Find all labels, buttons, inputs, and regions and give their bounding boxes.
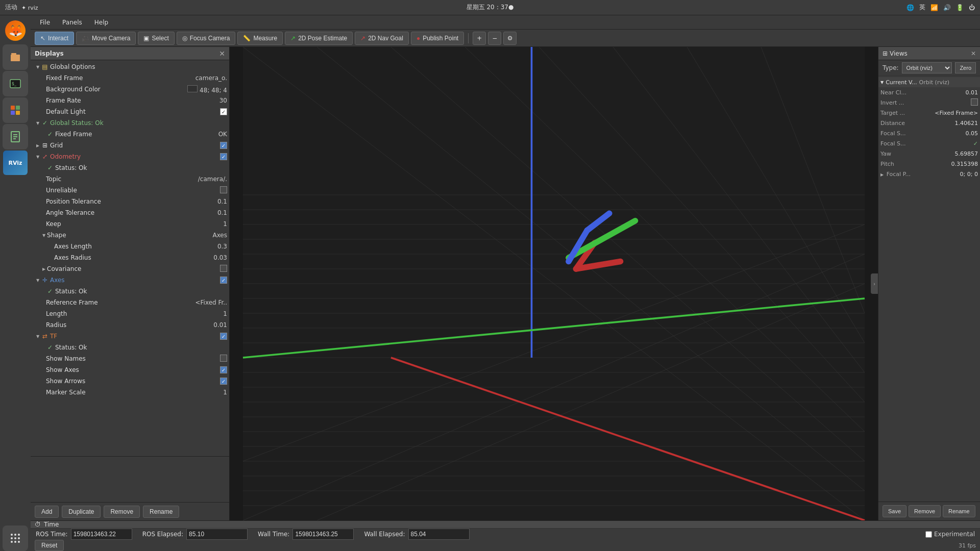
viewport-collapse-right-btn[interactable]: › bbox=[871, 273, 878, 294]
views-rename-btn[interactable]: Rename bbox=[943, 505, 975, 517]
tree-row-odom-status[interactable]: ✓ Status: Ok bbox=[31, 162, 229, 173]
show-axes-checkbox[interactable] bbox=[220, 366, 227, 373]
show-arrows-checkbox[interactable] bbox=[220, 378, 227, 385]
rename-display-btn[interactable]: Rename bbox=[143, 506, 179, 518]
tree-row-global-status[interactable]: ✓ Global Status: Ok bbox=[31, 117, 229, 129]
tree-row-default-light[interactable]: Default Light bbox=[31, 106, 229, 117]
experimental-checkbox[interactable] bbox=[925, 531, 932, 538]
ros-elapsed-input[interactable] bbox=[186, 529, 248, 540]
toolbar-publish-point-btn[interactable]: ● Publish Point bbox=[411, 32, 464, 45]
expand-tf[interactable] bbox=[35, 333, 41, 339]
toolbar-2d-pose-btn[interactable]: ↗ 2D Pose Estimate bbox=[285, 32, 353, 45]
duplicate-display-btn[interactable]: Duplicate bbox=[62, 506, 101, 518]
expand-axes[interactable] bbox=[35, 277, 41, 283]
invert-checkbox[interactable] bbox=[971, 98, 978, 106]
tree-row-odom-shape[interactable]: Shape Axes bbox=[31, 230, 229, 241]
expand-odom-shape[interactable] bbox=[41, 232, 47, 238]
tree-row-axes-display[interactable]: ✛ Axes bbox=[31, 274, 229, 286]
views-remove-btn[interactable]: Remove bbox=[909, 505, 941, 517]
views-current-header[interactable]: ▼ Current V... Orbit (rviz) bbox=[878, 77, 980, 87]
covariance-checkbox[interactable] bbox=[220, 265, 227, 272]
toolbar-interact-btn[interactable]: ↖ Interact bbox=[35, 32, 74, 45]
tree-row-axes-disp-status[interactable]: ✓ Status: Ok bbox=[31, 286, 229, 297]
expand-grid[interactable] bbox=[35, 142, 41, 148]
axes-display-checkbox[interactable] bbox=[220, 277, 227, 284]
tree-row-odom-unreliable[interactable]: Unreliable bbox=[31, 185, 229, 196]
sidebar-icon-terminal[interactable]: $_ bbox=[3, 71, 28, 96]
svg-rect-6 bbox=[11, 111, 15, 115]
tree-row-global-options[interactable]: ▤ Global Options bbox=[31, 61, 229, 72]
tree-row-odom-pos-tol[interactable]: Position Tolerance 0.1 bbox=[31, 196, 229, 207]
wall-time-input[interactable] bbox=[292, 529, 354, 540]
toolbar-2d-nav-btn[interactable]: ↗ 2D Nav Goal bbox=[355, 32, 409, 45]
tree-row-ref-frame[interactable]: Reference Frame <Fixed Fr.. bbox=[31, 297, 229, 308]
tree-row-marker-scale[interactable]: Marker Scale 1 bbox=[31, 387, 229, 398]
displays-close-btn[interactable]: ✕ bbox=[219, 49, 225, 58]
wall-elapsed-input[interactable] bbox=[408, 529, 470, 540]
tree-row-odometry[interactable]: ⤢ Odometry bbox=[31, 151, 229, 162]
sidebar-icon-firefox[interactable]: 🦊 bbox=[5, 20, 26, 41]
toolbar-select-btn[interactable]: ▣ Select bbox=[138, 32, 174, 45]
sidebar-icon-packages[interactable] bbox=[3, 97, 28, 123]
tree-row-covariance[interactable]: Covariance bbox=[31, 263, 229, 274]
odom-unreliable-checkbox[interactable] bbox=[220, 186, 227, 193]
tree-row-axes-radius[interactable]: Radius 0.01 bbox=[31, 319, 229, 331]
toolbar-settings-btn[interactable]: ⚙ bbox=[503, 32, 517, 45]
menu-file[interactable]: File bbox=[35, 17, 55, 28]
tree-row-bg-color[interactable]: Background Color 48; 48; 4 bbox=[31, 84, 229, 95]
grid-checkbox[interactable] bbox=[220, 142, 227, 149]
tree-row-tf-status[interactable]: ✓ Status: Ok bbox=[31, 342, 229, 353]
tree-row-odom-keep[interactable]: Keep 1 bbox=[31, 218, 229, 230]
add-display-btn[interactable]: Add bbox=[35, 506, 59, 518]
expand-covariance[interactable] bbox=[41, 266, 47, 272]
tree-row-axes-length[interactable]: Length 1 bbox=[31, 308, 229, 319]
sidebar-icon-grid[interactable] bbox=[3, 525, 28, 551]
views-save-btn[interactable]: Save bbox=[883, 505, 906, 517]
views-close-btn[interactable]: ✕ bbox=[971, 50, 976, 57]
power-icon[interactable]: ⏻ bbox=[969, 4, 975, 11]
expand-global-options[interactable] bbox=[35, 64, 41, 70]
sidebar-icon-notes[interactable] bbox=[3, 124, 28, 149]
network-icon[interactable]: 🌐 bbox=[906, 4, 914, 11]
reset-time-btn[interactable]: Reset bbox=[35, 540, 64, 551]
default-light-checkbox[interactable] bbox=[220, 108, 227, 115]
sidebar-icon-rviz[interactable]: RViz bbox=[3, 151, 28, 175]
odometry-checkbox[interactable] bbox=[220, 153, 227, 160]
displays-tree[interactable]: ▤ Global Options Fixed Frame camera_o. B… bbox=[31, 60, 229, 456]
tree-row-odom-ang-tol[interactable]: Angle Tolerance 0.1 bbox=[31, 207, 229, 218]
lang-icon[interactable]: 英 bbox=[919, 3, 925, 12]
wifi-icon[interactable]: 📶 bbox=[930, 4, 938, 11]
tree-row-tf[interactable]: ⇄ TF bbox=[31, 331, 229, 342]
expand-odometry[interactable] bbox=[35, 154, 41, 160]
activities-label[interactable]: 活动 bbox=[5, 3, 17, 12]
show-names-checkbox[interactable] bbox=[220, 355, 227, 362]
tree-row-odom-topic[interactable]: Topic /camera/. bbox=[31, 173, 229, 185]
tree-row-axes-len[interactable]: Axes Length 0.3 bbox=[31, 241, 229, 252]
tree-row-frame-rate[interactable]: Frame Rate 30 bbox=[31, 95, 229, 106]
toolbar-minus-btn[interactable]: − bbox=[488, 32, 501, 45]
ros-time-input[interactable] bbox=[71, 529, 132, 540]
sidebar-icon-files[interactable] bbox=[3, 44, 28, 70]
menu-help[interactable]: Help bbox=[89, 17, 113, 28]
remove-display-btn[interactable]: Remove bbox=[104, 506, 140, 518]
bg-color-swatch[interactable] bbox=[187, 85, 198, 92]
tree-row-show-names[interactable]: Show Names bbox=[31, 353, 229, 364]
views-type-select[interactable]: Orbit (rviz) bbox=[902, 62, 952, 73]
tree-row-axes-rad[interactable]: Axes Radius 0.03 bbox=[31, 252, 229, 263]
views-zero-btn[interactable]: Zero bbox=[955, 62, 976, 73]
menu-panels[interactable]: Panels bbox=[57, 17, 87, 28]
tree-row-show-arrows[interactable]: Show Arrows bbox=[31, 375, 229, 387]
battery-icon[interactable]: 🔋 bbox=[956, 4, 964, 11]
tree-row-grid[interactable]: ⊞ Grid bbox=[31, 140, 229, 151]
tree-row-show-axes[interactable]: Show Axes bbox=[31, 364, 229, 375]
toolbar-add-btn[interactable]: + bbox=[473, 32, 486, 45]
volume-icon[interactable]: 🔊 bbox=[943, 4, 951, 11]
toolbar-measure-btn[interactable]: 📏 Measure bbox=[237, 32, 283, 45]
expand-global-status[interactable] bbox=[35, 120, 41, 126]
tf-checkbox[interactable] bbox=[220, 333, 227, 340]
toolbar-move-camera-btn[interactable]: 🎥 Move Camera bbox=[76, 32, 136, 45]
viewport-3d[interactable]: › bbox=[230, 47, 878, 520]
tree-row-fixed-frame[interactable]: Fixed Frame camera_o. bbox=[31, 72, 229, 84]
tree-row-ff-status[interactable]: ✓ Fixed Frame OK bbox=[31, 129, 229, 140]
toolbar-focus-camera-btn[interactable]: ◎ Focus Camera bbox=[177, 32, 236, 45]
